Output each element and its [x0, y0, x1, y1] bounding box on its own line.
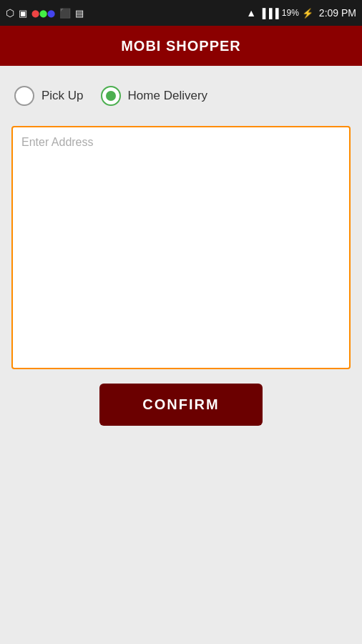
sim-icon: ▤: [75, 8, 84, 19]
pickup-label: Pick Up: [41, 89, 84, 103]
home-delivery-radio-circle[interactable]: [101, 86, 121, 106]
status-bar-left: ⬡ ▣ ⬤⬤⬤ ⬛ ▤: [6, 7, 84, 19]
wifi-icon: ▲: [246, 7, 256, 19]
apps-icon: ⬤⬤⬤: [31, 9, 55, 17]
address-container: [11, 126, 351, 369]
radio-selected-dot: [106, 91, 116, 101]
confirm-button[interactable]: CONFIRM: [99, 384, 262, 426]
main-content: Pick Up Home Delivery CONFIRM: [0, 66, 362, 644]
battery-charging-icon: ⚡: [302, 8, 313, 19]
pickup-radio-circle[interactable]: [14, 86, 34, 106]
battery-percent: 19%: [282, 8, 299, 18]
screenshot-icon: ⬛: [59, 8, 71, 19]
app-title: MOBI SHOPPER: [121, 38, 241, 54]
usb-icon: ⬡: [6, 7, 14, 19]
pickup-option[interactable]: Pick Up: [14, 86, 84, 106]
status-time: 2:09 PM: [319, 7, 356, 19]
status-bar: ⬡ ▣ ⬤⬤⬤ ⬛ ▤ ▲ ▐▐▐ 19% ⚡ 2:09 PM: [0, 0, 362, 26]
address-input[interactable]: [21, 136, 341, 359]
radio-group: Pick Up Home Delivery: [11, 80, 351, 112]
home-delivery-option[interactable]: Home Delivery: [101, 86, 207, 106]
home-delivery-label: Home Delivery: [128, 89, 207, 103]
app-header: MOBI SHOPPER: [0, 26, 362, 66]
photo-icon: ▣: [19, 8, 27, 19]
signal-icon: ▐▐▐: [259, 8, 279, 19]
status-bar-right: ▲ ▐▐▐ 19% ⚡ 2:09 PM: [246, 7, 356, 19]
